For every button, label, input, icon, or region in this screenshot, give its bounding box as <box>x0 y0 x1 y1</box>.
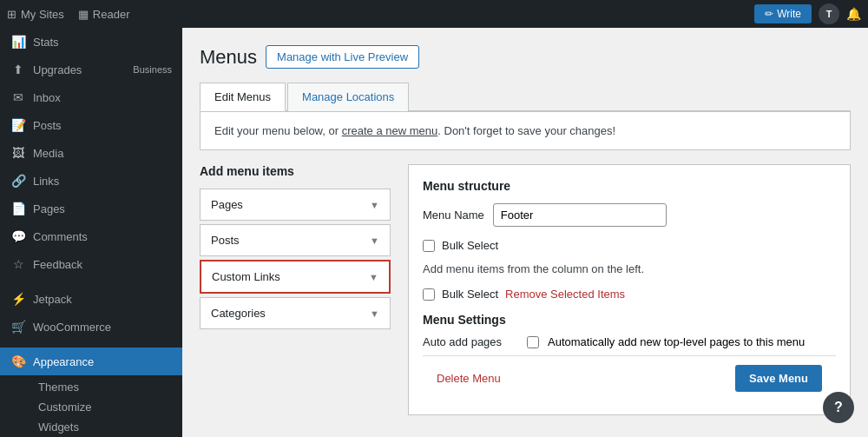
accordion-custom-links-header[interactable]: Custom Links ▼ <box>201 262 389 292</box>
menu-settings-title: Menu Settings <box>423 313 836 327</box>
accordion-posts: Posts ▼ <box>200 224 391 256</box>
sidebar-item-inbox[interactable]: ✉ Inbox <box>0 83 182 111</box>
accordion-categories-chevron: ▼ <box>370 308 379 319</box>
sidebar-jetpack-label: Jetpack <box>33 293 72 306</box>
accordion-custom-links: Custom Links ▼ <box>200 260 391 294</box>
content-area: Menus Manage with Live Preview Edit Menu… <box>182 28 868 437</box>
accordion-pages: Pages ▼ <box>200 189 391 221</box>
remove-selected-link[interactable]: Remove Selected Items <box>505 288 625 301</box>
avatar-initial: T <box>826 9 832 19</box>
notifications-icon[interactable]: 🔔 <box>846 7 861 21</box>
sidebar-stats-label: Stats <box>33 36 59 49</box>
main-layout: 📊 Stats ⬆ Upgrades Business ✉ Inbox 📝 Po… <box>0 28 868 437</box>
customize-label: Customize <box>38 401 91 414</box>
sidebar-item-links[interactable]: 🔗 Links <box>0 167 182 195</box>
sidebar-item-media[interactable]: 🖼 Media <box>0 139 182 167</box>
add-items-hint: Add menu items from the column on the le… <box>423 262 836 275</box>
top-bar-left: ⊞ My Sites ▦ Reader <box>7 8 129 21</box>
auto-add-pages-desc: Automatically add new top-level pages to… <box>548 335 805 348</box>
appearance-submenu: Themes Customize Widgets Menus Backgroun… <box>0 375 182 437</box>
sidebar-item-jetpack[interactable]: ⚡ Jetpack <box>0 285 182 313</box>
auto-add-pages-checkbox[interactable] <box>527 336 539 348</box>
auto-add-pages-row: Auto add pages Automatically add new top… <box>423 335 836 348</box>
appearance-icon: 🎨 <box>10 354 26 368</box>
bulk-select-top-row: Bulk Select <box>423 239 836 252</box>
sidebar-item-feedback[interactable]: ☆ Feedback <box>0 250 182 278</box>
sidebar-item-upgrades[interactable]: ⬆ Upgrades Business <box>0 56 182 83</box>
my-sites-nav[interactable]: ⊞ My Sites <box>7 8 64 21</box>
bottom-bar: Delete Menu Save Menu <box>423 355 836 401</box>
menu-name-row: Menu Name <box>423 203 836 227</box>
accordion-pages-chevron: ▼ <box>370 200 379 210</box>
sidebar-inbox-label: Inbox <box>33 91 61 104</box>
sidebar-sub-themes[interactable]: Themes <box>31 377 182 397</box>
links-icon: 🔗 <box>10 174 26 188</box>
accordion-posts-chevron: ▼ <box>370 235 379 246</box>
write-button[interactable]: ✏ Write <box>754 4 812 23</box>
bulk-select-top-label: Bulk Select <box>442 239 498 252</box>
sidebar-item-woocommerce[interactable]: 🛒 WooCommerce <box>0 313 182 341</box>
tab-manage-locations[interactable]: Manage Locations <box>287 83 409 111</box>
create-new-menu-link[interactable]: create a new menu <box>342 124 438 137</box>
jetpack-icon: ⚡ <box>10 292 26 306</box>
info-text-before: Edit your menu below, or <box>214 124 342 137</box>
bulk-select-bottom-checkbox[interactable] <box>423 288 435 301</box>
sidebar-links-label: Links <box>33 175 59 188</box>
save-menu-button[interactable]: Save Menu <box>735 365 822 392</box>
menu-structure-title: Menu structure <box>423 179 836 193</box>
menu-name-label: Menu Name <box>423 209 484 222</box>
manage-preview-button[interactable]: Manage with Live Preview <box>266 45 419 69</box>
two-column-layout: Add menu items Pages ▼ Posts ▼ Custom <box>200 164 851 415</box>
sidebar-item-pages[interactable]: 📄 Pages <box>0 195 182 222</box>
my-sites-icon: ⊞ <box>7 8 16 21</box>
reader-icon: ▦ <box>78 8 89 21</box>
sidebar-sub-customize[interactable]: Customize <box>31 397 182 417</box>
my-sites-label: My Sites <box>21 8 64 21</box>
accordion-pages-header[interactable]: Pages ▼ <box>201 189 390 220</box>
sidebar-pages-label: Pages <box>33 202 65 215</box>
bulk-select-bottom-row: Bulk Select Remove Selected Items <box>423 288 836 301</box>
accordion-categories-header[interactable]: Categories ▼ <box>201 298 390 328</box>
accordion-posts-label: Posts <box>211 234 240 247</box>
reader-nav[interactable]: ▦ Reader <box>78 8 130 21</box>
themes-label: Themes <box>38 381 79 394</box>
upgrades-badge: Business <box>133 64 172 75</box>
write-label: Write <box>777 8 801 20</box>
info-bar: Edit your menu below, or create a new me… <box>200 111 851 150</box>
avatar[interactable]: T <box>819 3 839 24</box>
accordion-posts-header[interactable]: Posts ▼ <box>201 225 390 255</box>
add-menu-items-panel: Add menu items Pages ▼ Posts ▼ Custom <box>200 164 391 415</box>
widgets-label: Widgets <box>38 420 79 434</box>
pencil-icon: ✏ <box>765 8 773 20</box>
upgrades-icon: ⬆ <box>10 63 26 76</box>
top-bar-right: ✏ Write T 🔔 <box>754 3 861 24</box>
comments-icon: 💬 <box>10 229 26 243</box>
sidebar-upgrades-label: Upgrades <box>33 63 82 76</box>
sidebar-comments-label: Comments <box>33 230 88 243</box>
page-header: Menus Manage with Live Preview <box>200 45 851 69</box>
info-text-after: . Don't forget to save your changes! <box>437 124 615 137</box>
woocommerce-icon: 🛒 <box>10 320 26 334</box>
sidebar-item-posts[interactable]: 📝 Posts <box>0 111 182 139</box>
page-title: Menus <box>200 46 257 69</box>
stats-icon: 📊 <box>10 35 26 49</box>
bulk-select-top-checkbox[interactable] <box>423 240 435 252</box>
bulk-select-bottom-label: Bulk Select <box>442 288 498 301</box>
help-button[interactable]: ? <box>823 392 854 423</box>
menu-name-input[interactable] <box>493 203 667 227</box>
sidebar-sub-widgets[interactable]: Widgets <box>31 417 182 437</box>
media-icon: 🖼 <box>10 146 26 160</box>
sidebar-item-stats[interactable]: 📊 Stats <box>0 28 182 56</box>
sidebar-media-label: Media <box>33 147 63 160</box>
accordion-categories: Categories ▼ <box>200 297 391 329</box>
sidebar-posts-label: Posts <box>33 119 62 132</box>
auto-add-pages-label: Auto add pages <box>423 335 518 348</box>
tab-edit-menus[interactable]: Edit Menus <box>200 83 286 111</box>
sidebar-item-comments[interactable]: 💬 Comments <box>0 222 182 250</box>
sidebar-item-appearance[interactable]: 🎨 Appearance <box>0 348 182 375</box>
accordion-categories-label: Categories <box>211 307 266 320</box>
delete-menu-link[interactable]: Delete Menu <box>437 372 501 385</box>
pages-icon: 📄 <box>10 202 26 215</box>
feedback-icon: ☆ <box>10 257 26 271</box>
accordion-pages-label: Pages <box>211 198 243 211</box>
